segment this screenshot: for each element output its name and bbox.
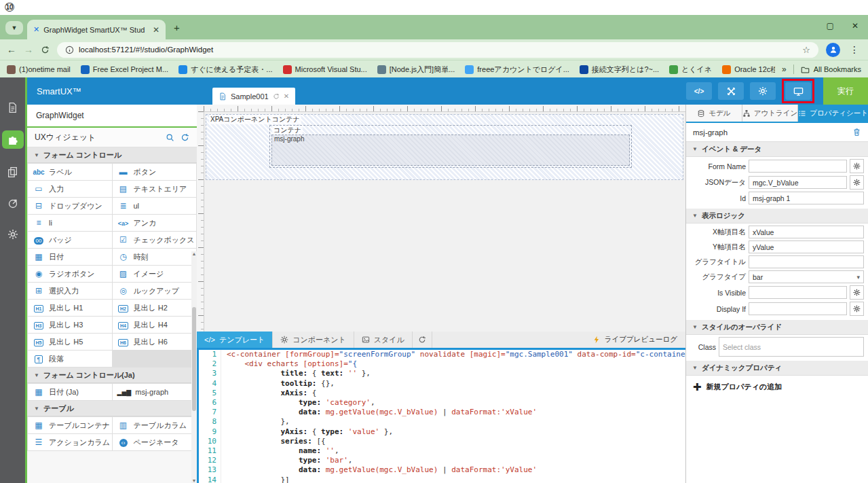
json-data-input[interactable]: mgc.V_bValue [749, 176, 847, 189]
window-close-icon[interactable]: ✕ [852, 21, 858, 31]
container-box[interactable]: コンテナ msj-graph [269, 125, 632, 168]
add-dynamic-property-button[interactable]: ✚ 新規プロパティの追加 [686, 376, 868, 398]
widget-item[interactable]: ドロップダウン [28, 198, 112, 214]
form-name-input[interactable] [749, 160, 847, 173]
forward-icon[interactable]: → [24, 45, 33, 54]
widget-item[interactable]: 見出し H1 [28, 300, 112, 316]
code-line[interactable]: 3 title: { text: '' }, [199, 369, 685, 378]
widget-panel-scrollbar[interactable]: ▲ ▼ [191, 251, 197, 483]
section-style-override[interactable]: ▼ スタイルのオーバライド [686, 320, 868, 335]
bookmark-item[interactable]: (1)onetime mail [7, 65, 71, 74]
widget-item[interactable]: 時刻 [113, 249, 197, 265]
y-axis-input[interactable]: yValue [749, 240, 864, 253]
widget-item[interactable]: msj-graph [113, 384, 197, 400]
refresh-icon[interactable] [181, 133, 189, 142]
live-preview-log[interactable]: ライブプレビューログ [592, 332, 685, 348]
scroll-up-icon[interactable]: ▲ [191, 251, 197, 256]
widget-item[interactable]: ルックアップ [113, 283, 197, 299]
section-dynamic-properties[interactable]: ▼ ダイナミックプロパティ [686, 361, 868, 376]
back-icon[interactable]: ← [7, 45, 16, 54]
section-table[interactable]: ▼ テーブル [27, 401, 197, 416]
code-line[interactable]: 14 }] [199, 476, 685, 483]
id-input[interactable]: msj-graph 1 [749, 192, 864, 204]
browser-menu-icon[interactable]: ⋮ [848, 44, 861, 55]
tab-close-icon[interactable]: ✕ [153, 25, 159, 35]
code-line[interactable]: 6 type: 'category', [199, 398, 685, 408]
code-line[interactable]: 5 xAxis: { [199, 389, 685, 398]
expand-button[interactable] [718, 82, 744, 100]
widget-item[interactable]: イメージ [113, 266, 197, 282]
search-icon[interactable] [166, 133, 174, 142]
is-visible-gear-button[interactable] [850, 285, 864, 300]
widget-item[interactable]: テーブルコンテナ [28, 417, 112, 433]
widget-item[interactable]: 日付 (Ja) [28, 384, 112, 400]
tab-component[interactable]: コンポーネント [273, 332, 354, 348]
widget-item[interactable]: 選択入力 [28, 283, 112, 299]
json-data-gear-button[interactable] [850, 175, 864, 190]
widget-item[interactable]: バッジ [28, 232, 112, 248]
sidebar-item-documents[interactable] [4, 99, 22, 115]
tab-close-icon[interactable]: ✕ [284, 92, 289, 100]
section-events-data[interactable]: ▼ イベント & データ [686, 142, 868, 157]
graph-title-input[interactable] [749, 255, 864, 268]
code-line[interactable]: 9 yAxis: { type: 'value' }, [199, 427, 685, 437]
bookmark-item[interactable]: 接続文字列とは?~... [580, 65, 659, 75]
widget-item[interactable]: チェックボックス [113, 232, 197, 248]
bookmark-item[interactable]: すぐに使える予定表・... [178, 65, 272, 75]
tab-template[interactable]: </> テンプレート [197, 332, 273, 348]
tab-model[interactable]: モデル [686, 105, 742, 122]
code-line[interactable]: 12 type: 'bar', [199, 456, 685, 465]
widget-item[interactable]: ul [113, 198, 197, 214]
xpa-component-container[interactable]: XPAコンポーネントコンテナ コンテナ msj-graph [206, 114, 683, 180]
widget-item[interactable]: 見出し H3 [28, 317, 112, 333]
scrollbar-thumb[interactable] [192, 307, 196, 411]
widget-item[interactable]: 見出し H4 [113, 317, 197, 333]
bookmark-item[interactable]: とくイネ [669, 65, 712, 75]
canvas-surface[interactable]: XPAコンポーネントコンテナ コンテナ msj-graph [204, 112, 685, 332]
class-select-input[interactable]: Select class [719, 337, 864, 357]
display-if-gear-button[interactable] [850, 302, 864, 316]
widget-item[interactable]: アクションカラム [28, 434, 112, 450]
settings-button[interactable] [750, 82, 776, 100]
code-area[interactable]: 1 <c-container [formGroup]="screenFormGr… [197, 350, 685, 483]
section-display-logic[interactable]: ▼ 表示ロジック [686, 209, 868, 223]
scroll-down-icon[interactable]: ▼ [191, 478, 197, 483]
sidebar-item-settings[interactable] [4, 226, 22, 243]
maximize-icon[interactable]: ▢ [827, 21, 834, 31]
widget-item[interactable]: ページネータ [113, 434, 197, 450]
bookmark-item[interactable]: [Node.js入門]簡単... [377, 65, 455, 75]
preview-button[interactable] [785, 82, 811, 100]
code-view-button[interactable]: </> [686, 82, 712, 100]
sidebar-item-share[interactable] [4, 195, 22, 211]
code-line[interactable]: 11 name: '', [199, 446, 685, 456]
widget-item[interactable]: アンカ [113, 215, 197, 231]
form-name-gear-button[interactable] [850, 159, 864, 173]
address-bar[interactable]: localhost:57121/#!/studio/GraphWidget ☆ [57, 42, 818, 58]
profile-avatar[interactable] [826, 43, 840, 57]
is-visible-input[interactable] [749, 286, 847, 299]
site-info-icon[interactable] [65, 46, 74, 54]
widget-item[interactable]: 見出し H6 [113, 334, 197, 350]
bookmark-item[interactable]: freeeアカウントでログイ... [465, 65, 569, 75]
widget-item[interactable]: テーブルカラム [113, 417, 197, 433]
code-line[interactable]: 4 tooltip: {}, [199, 379, 685, 389]
tab-style[interactable]: スタイル [354, 332, 413, 348]
url-text[interactable]: localhost:57121/#!/studio/GraphWidget [79, 46, 797, 54]
widget-item[interactable]: ラベル [28, 164, 112, 180]
code-line[interactable]: 1 <c-container [formGroup]="screenFormGr… [199, 350, 685, 359]
sidebar-item-pages[interactable] [4, 164, 22, 180]
widget-item[interactable]: テキストエリア [113, 181, 197, 197]
tab-search-button[interactable]: ▼ [5, 21, 23, 35]
code-line[interactable]: 13 data: mg.getValue(mgc.V_bValue) | dat… [199, 465, 685, 475]
code-line[interactable]: 10 series: [{ [199, 437, 685, 446]
run-button[interactable]: 実行 [823, 77, 868, 105]
widget-item[interactable]: 日付 [28, 249, 112, 265]
section-form-controls[interactable]: ▼ フォーム コントロール [27, 147, 197, 163]
bookmarks-overflow-button[interactable]: » [782, 65, 787, 74]
tab-property-sheet[interactable]: プロパティシート [798, 105, 868, 122]
bookmark-item[interactable]: Oracle 12c移行後に... [722, 65, 775, 75]
display-if-input[interactable] [749, 302, 847, 315]
widget-item[interactable]: 見出し H5 [28, 334, 112, 350]
x-axis-input[interactable]: xValue [749, 226, 864, 238]
reload-icon[interactable] [41, 46, 50, 54]
